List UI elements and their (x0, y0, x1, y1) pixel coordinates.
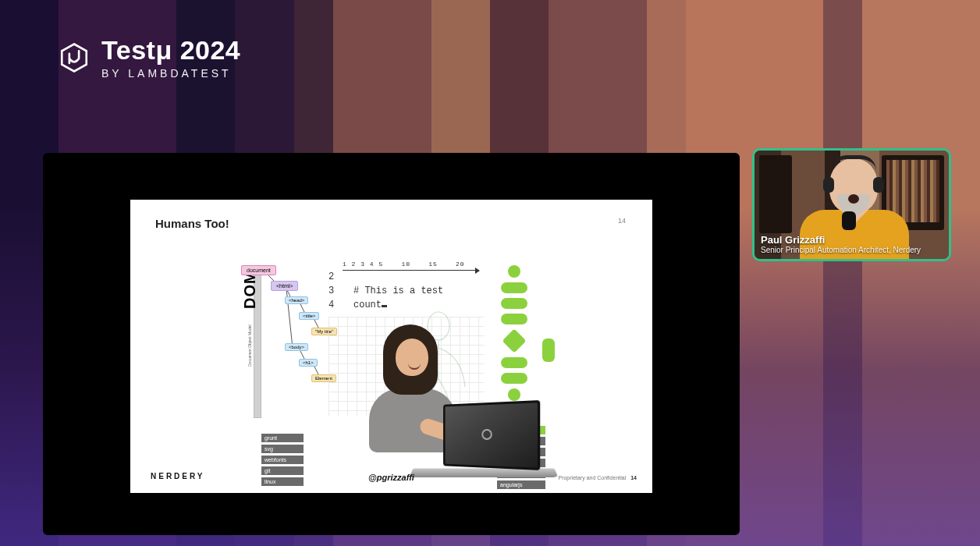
dom-node-body: <body> (285, 343, 308, 351)
tech-chip: svg (261, 445, 304, 453)
confidential-text: Proprietary and Confidential (558, 475, 626, 480)
headphones-band-icon (831, 155, 876, 171)
presentation-frame: Humans Too! 14 DOM Document Object Model… (43, 153, 740, 535)
axis-tick-labels: 1 2 3 4 5 10 15 20 (343, 261, 465, 268)
headphones-earcup-icon (873, 177, 884, 193)
speaker-role: Senior Principal Automation Architect, N… (761, 246, 943, 254)
axis-arrow (343, 270, 475, 271)
tech-chip: grunt (261, 434, 304, 442)
dom-node-h1: <h1> (299, 359, 318, 367)
speaker-mouth (848, 194, 859, 204)
flow-start (508, 265, 520, 278)
line-number: 3 (328, 285, 334, 296)
presentation-slide: Humans Too! 14 DOM Document Object Model… (130, 200, 652, 493)
line-number: 4 (328, 300, 334, 310)
code-line: count (353, 300, 387, 310)
slide-confidential: Proprietary and Confidential 14 (558, 475, 637, 480)
slide-title: Humans Too! (155, 217, 229, 230)
event-logo: Testμ 2024 BY LAMBDATEST (58, 35, 240, 80)
dom-node-head: <head> (285, 296, 308, 304)
event-subtitle: BY LAMBDATEST (101, 67, 240, 80)
speaker-label: Paul Grizzaffi Senior Principal Automati… (761, 234, 943, 254)
code-word: count (353, 300, 382, 310)
speaker-name: Paul Grizzaffi (761, 234, 943, 246)
dom-label: DOM (241, 270, 259, 309)
slide-handle: @pgrizzaffi (368, 473, 414, 482)
dom-node-title: <title> (299, 312, 319, 320)
tech-chip: angularjs (497, 480, 545, 489)
slide-page-number-bottom: 14 (630, 475, 637, 480)
flow-decision (502, 328, 526, 353)
dom-label-sub: Document Object Model (247, 324, 252, 367)
speaker-video-thumbnail[interactable]: Paul Grizzaffi Senior Principal Automati… (752, 148, 951, 261)
tech-list-left: grunt svg webfonts git linux (261, 434, 304, 488)
laptop-logo-icon (481, 429, 492, 440)
code-line: # This is a test (353, 285, 443, 296)
dom-node-document: document (241, 265, 276, 275)
flow-side-branch (542, 339, 555, 362)
flowchart-diagram (483, 262, 545, 423)
event-title: Testμ 2024 (101, 35, 240, 66)
headphones-earcup-icon (823, 177, 834, 193)
tech-chip: webfonts (261, 456, 304, 464)
cursor-icon (382, 305, 387, 307)
flow-step (501, 373, 527, 384)
slide-brand: NERDERY (151, 472, 205, 480)
flow-step (501, 314, 527, 324)
flow-step (501, 298, 527, 309)
flow-end (508, 388, 520, 401)
dom-node-html: <html> (271, 281, 298, 291)
microphone-icon (842, 211, 856, 230)
event-logo-mark (58, 41, 91, 74)
person-with-laptop-illustration (321, 317, 485, 480)
line-number: 2 (328, 271, 334, 282)
flow-step (501, 357, 527, 368)
slide-page-number-top: 14 (618, 217, 626, 225)
tech-chip: linux (261, 477, 304, 486)
tech-chip: git (261, 466, 304, 475)
bookshelf-icon (759, 155, 792, 233)
flow-step (501, 282, 527, 293)
